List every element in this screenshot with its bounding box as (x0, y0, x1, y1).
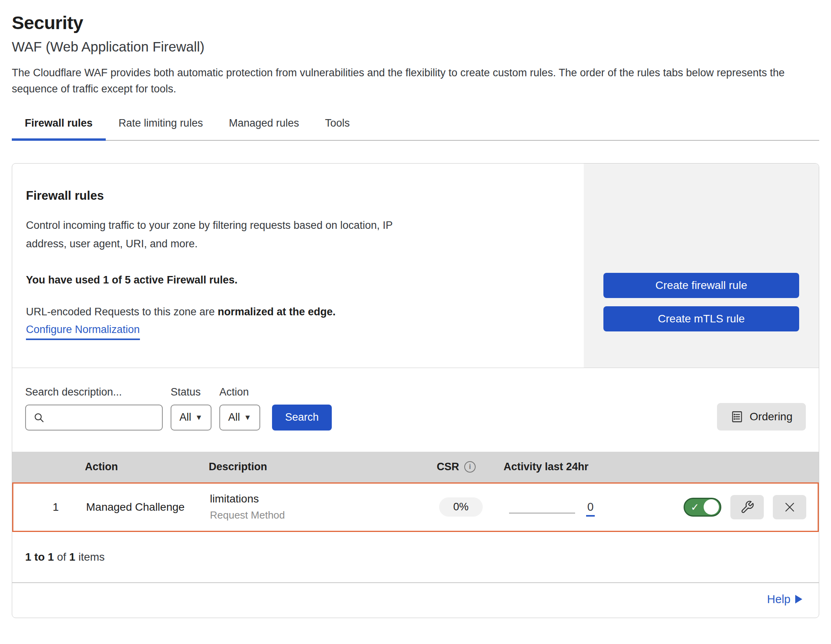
search-label: Search description... (25, 386, 163, 398)
firewall-rules-info-section: Firewall rules Control incoming traffic … (12, 164, 819, 368)
edit-rule-button[interactable] (730, 495, 764, 519)
normalization-text-normal: URL-encoded Requests to this zone are (26, 306, 218, 318)
create-mtls-rule-button[interactable]: Create mTLS rule (603, 306, 799, 331)
summary-range: 1 to 1 (25, 551, 54, 563)
header-csr-label: CSR (437, 461, 459, 473)
row-controls: ✓ (672, 495, 818, 519)
csr-badge: 0% (439, 497, 483, 517)
page-description: The Cloudflare WAF provides both automat… (12, 65, 819, 97)
arrow-right-icon (795, 595, 802, 604)
chevron-down-icon: ▼ (195, 413, 203, 422)
row-action: Managed Challenge (76, 501, 200, 513)
ordering-list-icon (730, 410, 744, 423)
search-icon (33, 412, 45, 423)
close-icon (783, 500, 796, 514)
status-select-value: All (180, 411, 191, 423)
table-summary: 1 to 1 of 1 items (12, 532, 819, 582)
table-row: 1 Managed Challenge limitations Request … (12, 482, 819, 532)
help-link[interactable]: Help (767, 593, 802, 606)
rules-table-header: Action Description CSR i Activity last 2… (12, 452, 819, 482)
header-description: Description (199, 461, 427, 473)
rule-enabled-toggle[interactable]: ✓ (684, 498, 721, 517)
summary-of: of (57, 551, 66, 563)
info-icon[interactable]: i (464, 461, 476, 473)
summary-total: 1 (69, 551, 75, 563)
activity-count-link[interactable]: 0 (586, 500, 595, 517)
firewall-rules-card: Firewall rules Control incoming traffic … (12, 163, 819, 618)
activity-sparkline (509, 513, 575, 513)
normalization-text: URL-encoded Requests to this zone are no… (26, 306, 568, 318)
row-description: limitations Request Method (200, 493, 428, 521)
configure-normalization-link[interactable]: Configure Normalization (26, 324, 140, 340)
tab-managed-rules[interactable]: Managed rules (216, 114, 312, 140)
page-subtitle: WAF (Web Application Firewall) (12, 39, 819, 55)
row-csr-cell: 0% (428, 497, 495, 517)
tab-tools[interactable]: Tools (312, 114, 363, 140)
header-csr: CSR i (427, 461, 494, 473)
summary-items: items (78, 551, 105, 563)
row-description-main: limitations (210, 493, 428, 505)
filter-bar: Search description... Status All ▼ (12, 368, 819, 452)
header-activity: Activity last 24hr (494, 461, 671, 473)
usage-text: You have used 1 of 5 active Firewall rul… (26, 274, 568, 286)
waf-tab-bar: Firewall rules Rate limiting rules Manag… (12, 114, 819, 141)
check-icon: ✓ (691, 502, 699, 512)
toggle-knob (704, 499, 719, 515)
security-waf-page: Security WAF (Web Application Firewall) … (0, 0, 831, 618)
search-input-box[interactable] (25, 405, 163, 431)
search-input[interactable] (50, 411, 155, 423)
wrench-icon (740, 500, 754, 514)
help-link-label: Help (767, 593, 791, 606)
ordering-button-label: Ordering (750, 410, 792, 423)
row-description-sub: Request Method (210, 509, 428, 521)
action-select-value: All (228, 411, 240, 423)
row-activity-cell: 0 (495, 484, 672, 531)
panel-title: Firewall rules (26, 189, 568, 203)
normalization-text-bold: normalized at the edge. (218, 306, 336, 318)
firewall-rules-info: Firewall rules Control incoming traffic … (12, 164, 584, 368)
status-select[interactable]: All ▼ (171, 405, 211, 431)
tab-firewall-rules[interactable]: Firewall rules (12, 114, 106, 140)
chevron-down-icon: ▼ (244, 413, 252, 422)
create-firewall-rule-button[interactable]: Create firewall rule (603, 273, 799, 298)
search-field-group: Search description... (25, 386, 163, 431)
status-label: Status (171, 386, 211, 398)
header-action: Action (75, 461, 199, 473)
action-select[interactable]: All ▼ (219, 405, 260, 431)
delete-rule-button[interactable] (773, 495, 806, 519)
panel-description: Control incoming traffic to your zone by… (26, 216, 403, 254)
card-help-footer: Help (12, 582, 819, 618)
actions-panel: Create firewall rule Create mTLS rule (584, 164, 819, 368)
tab-rate-limiting-rules[interactable]: Rate limiting rules (106, 114, 216, 140)
ordering-button[interactable]: Ordering (717, 403, 806, 431)
search-button[interactable]: Search (272, 405, 332, 431)
page-title: Security (12, 0, 819, 33)
status-filter-group: Status All ▼ (171, 386, 211, 431)
action-label: Action (219, 386, 260, 398)
action-filter-group: Action All ▼ (219, 386, 260, 431)
row-priority: 1 (13, 501, 76, 513)
